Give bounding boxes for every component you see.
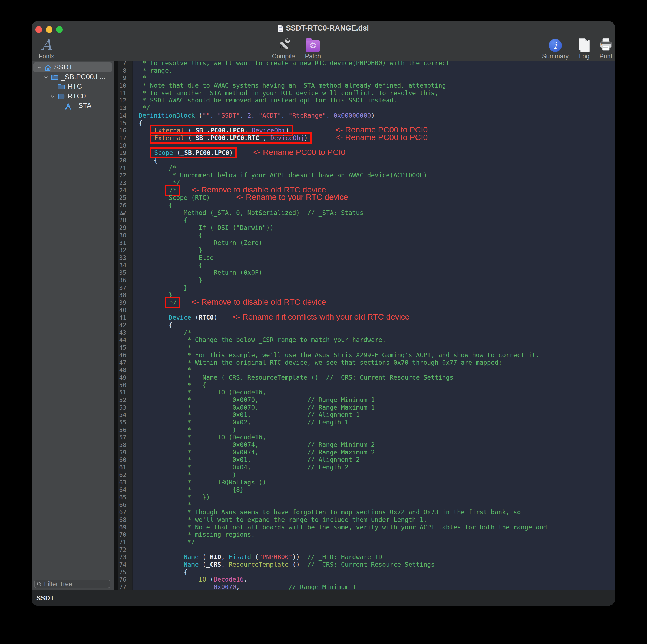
code-token: // _CRS: Current Resource Settings [300,561,435,568]
code-line: 31 Return (Zero) [114,239,615,247]
code-line: 64 * {8} [114,486,615,494]
code-token: * range. [139,67,172,74]
code-token: * [139,501,191,508]
line-number: 22 [114,172,126,179]
code-token: 2 [247,112,251,119]
annotation-text: <- Rename PC00 to PCI0 [336,126,428,134]
code-line: 52 * 0x0070, // Range Minimum 1 [114,396,615,404]
code-text: * 0x0070, // Range Minimum 1 [139,396,375,404]
code-text: * 0x0074, // Range Maximum 2 [139,449,375,456]
sidebar-item--sb-pc00-l-[interactable]: _SB.PC00.L... [33,72,112,82]
line-number: 56 [114,426,126,434]
code-token: Device [169,314,195,321]
editor-pane[interactable]: 7 * To resolve this, we'll want to creat… [114,61,615,590]
status-text: SSDT [36,594,54,602]
line-number: 51 [114,389,126,396]
fonts-button[interactable]: A Fonts [31,37,61,60]
line-number: 20 [114,157,126,164]
code-token: // _HID: Hardware ID [300,553,382,560]
compile-button[interactable]: Compile [269,37,298,60]
code-text: Method (_STA, 0, NotSerialized) // _STA:… [139,209,364,217]
code-text: } [139,276,202,284]
code-line: 42 { [114,321,615,329]
code-line: 25 Scope (RTC)<- Rename to your RTC devi… [114,194,615,202]
search-icon [37,581,42,586]
code-token: * Note that not all boards will be the s… [139,524,547,531]
filter-tree-input[interactable] [44,580,103,588]
code-token: ) [371,112,375,119]
code-token: * { [139,382,206,389]
sidebar-item--sta[interactable]: _STA [33,101,112,110]
code-line: 14DefinitionBlock ("", "SSDT", 2, "ACDT"… [114,112,615,119]
code-text: Scope (_SB.PC00.LPC0) [139,149,237,157]
code-line: 22 * Uncomment below if your ACPI doesn'… [114,172,615,179]
code-token: * to set another _STA method in your RTC… [139,89,438,96]
sidebar-item-ssdt[interactable]: SSDT [33,63,112,72]
line-number: 24 [114,187,126,194]
app-window: SSDT-RTC0-RANGE.dsl A Fonts Compile ⚙ [31,21,615,606]
code-text: * Though Asus seems to have forgotten to… [139,508,521,516]
chevron-down-icon[interactable] [50,94,56,99]
line-number: 70 [114,531,126,539]
code-text: DefinitionBlock ("", "SSDT", 2, "ACDT", … [139,112,375,119]
line-number: 27 [114,209,126,217]
sidebar-item-rtc0[interactable]: RTC0 [33,91,112,101]
line-number: 55 [114,419,126,426]
code-text: { [139,202,172,209]
title-bar: SSDT-RTC0-RANGE.dsl [31,21,615,35]
sidebar-divider [31,578,114,578]
code-token: "PNP0B00" [259,553,292,560]
code-token: * SSDT-AWAC should be removed and instea… [139,97,397,104]
code-line: 9 * [114,74,615,82]
code-line: 13 */ [114,104,615,112]
code-token [139,314,169,321]
code-text: * [139,501,191,509]
fonts-icon: A [42,38,52,52]
code-token: { [139,202,172,209]
code-line: 48 * [114,366,615,374]
code-line: 45 * [114,344,615,351]
code-token: 0x0070 [214,583,236,590]
code-token: { [139,157,157,164]
line-number: 33 [114,254,126,262]
patch-button[interactable]: ⚙ Patch [298,37,328,60]
summary-button[interactable]: i Summary [541,37,570,60]
code-token: , [221,553,229,560]
code-text: * [139,74,146,82]
line-number: 12 [114,97,126,104]
tree-item-label: RTC0 [68,92,86,100]
code-line: 61 * 0x04, // Length 2 [114,464,615,471]
print-button[interactable]: Print [591,37,615,60]
code-token: "SSDT" [217,112,240,119]
line-number: 34 [114,262,126,269]
code-line: 7 * To resolve this, we'll want to creat… [114,61,615,67]
filter-tree-field[interactable] [34,580,111,588]
code-line: 35 Return (0x0F) [114,269,615,276]
code-text: * For this example, we'll use the Asus S… [139,351,540,359]
code-text: } [139,284,188,292]
line-number: 19 [114,149,126,157]
code-text: * Name (_CRS, ResourceTemplate () // _CR… [139,374,453,382]
code-text: { [139,232,202,239]
code-line: 32 } [114,247,615,254]
code-text: */ [139,104,150,112]
code-token: , [221,561,229,568]
code-token: { [139,119,143,127]
chevron-down-icon[interactable] [37,65,42,70]
code-token: * IO (Decode16, [139,434,266,441]
code-text: * [139,344,191,351]
window-title: SSDT-RTC0-RANGE.dsl [286,24,369,32]
code-line: 39 */<- Remove to disable old RTC device [114,299,615,307]
code-token: * Name (_CRS, ResourceTemplate () // _CR… [139,374,453,381]
code-text: /* [139,329,191,337]
chevron-down-icon[interactable] [43,75,49,80]
sidebar-item-rtc[interactable]: RTC [33,82,112,91]
tree-item-label: _STA [74,101,91,110]
folder-icon [51,73,59,81]
code-line: 71 */ [114,539,615,546]
line-number: 73 [114,553,126,561]
line-number: 68 [114,516,126,524]
code-text: Else [139,254,214,262]
code-line: 47 * Within the original RTC device, we … [114,359,615,367]
compile-tools-icon [269,37,298,52]
